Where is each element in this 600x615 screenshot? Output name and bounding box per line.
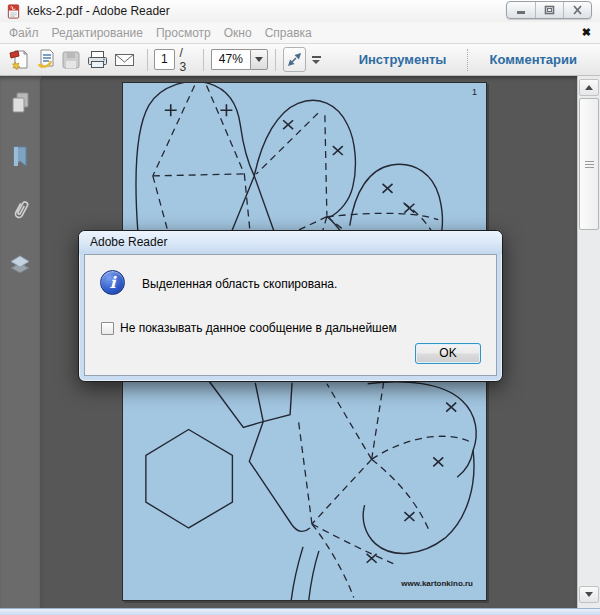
page-total-label: / 3 [180,46,191,74]
open-file-button[interactable] [9,47,31,73]
chevron-down-icon [255,57,263,62]
fit-page-button[interactable] [283,47,306,72]
close-icon [572,5,583,15]
bookmarks-icon [10,145,30,169]
page-thumbnails-button[interactable] [7,90,33,116]
bookmarks-button[interactable] [7,144,33,170]
copy-confirmation-dialog: Adobe Reader i Выделенная область скопир… [78,230,503,382]
toolbar-separator [203,49,204,71]
ok-button[interactable]: OK [415,343,481,364]
email-button[interactable] [113,47,136,73]
dialog-body: i Выделенная область скопирована. Не пок… [84,254,497,376]
zoom-dropdown-button[interactable] [250,49,268,70]
paperclip-icon [8,198,32,224]
comments-panel-button[interactable]: Комментарии [475,52,591,67]
page-thumbnails-icon [9,91,31,115]
dialog-titlebar[interactable]: Adobe Reader [79,231,502,254]
save-as-button[interactable] [35,47,57,73]
toolbar-separator [147,49,148,71]
restore-icon [544,5,555,15]
menu-bar-icon [312,56,321,58]
minimize-icon [516,5,527,15]
arrow-up-icon [585,85,593,90]
dont-show-again-checkbox[interactable] [101,322,114,335]
attachments-button[interactable] [7,198,33,224]
arrow-down-icon [585,592,593,597]
scrollbar-thumb[interactable] [579,98,599,230]
scroll-up-button[interactable] [579,79,599,96]
toolbar: 1 / 3 47% Инструменты Комментарии [0,44,600,76]
menu-bar: Файл Редактирование Просмотр Окно Справк… [0,22,600,44]
dont-show-again-label: Не показывать данное сообщение в дальней… [120,321,397,335]
toolbar-separator [275,49,276,71]
menu-window[interactable]: Окно [224,26,252,40]
save-button[interactable] [61,47,82,73]
dialog-message: Выделенная область скопирована. [142,277,337,291]
page-number-label: 1 [472,87,477,97]
zoom-combo: 47% [211,49,268,70]
vertical-scrollbar[interactable] [577,76,600,608]
print-icon [86,49,109,70]
restore-button[interactable] [535,2,563,18]
menu-help[interactable]: Справка [265,26,312,40]
info-icon: i [100,270,125,295]
close-button[interactable] [563,2,591,18]
open-file-icon [9,49,31,70]
page-number-input[interactable]: 1 [154,49,174,70]
window-bottom-border [0,608,600,615]
window-controls [506,1,592,19]
layers-icon [8,253,32,277]
menu-file[interactable]: Файл [9,26,39,40]
window-title: keks-2.pdf - Adobe Reader [27,4,170,18]
toolbar-separator [467,49,468,71]
zoom-level-input[interactable]: 47% [211,49,250,70]
tools-panel-button[interactable]: Инструменты [345,52,461,67]
dont-show-again-row: Не показывать данное сообщение в дальней… [101,321,397,335]
document-close-icon[interactable]: ✖ [582,26,591,39]
scroll-down-button[interactable] [579,586,599,603]
print-button[interactable] [86,47,109,73]
save-icon [61,50,81,70]
resize-arrows-icon [284,49,305,70]
email-icon [113,51,136,69]
watermark-text: www.kartonkino.ru [401,579,473,588]
layers-button[interactable] [7,252,33,278]
navigation-sidebar [0,76,41,608]
minimize-button[interactable] [507,2,535,18]
page-display-dropdown[interactable] [312,56,321,64]
menu-view[interactable]: Просмотр [156,26,211,40]
pdf-app-icon [6,4,21,19]
chevron-down-icon [312,60,320,64]
save-as-icon [35,49,57,70]
menu-edit[interactable]: Редактирование [52,26,143,40]
window-titlebar[interactable]: keks-2.pdf - Adobe Reader [0,0,600,22]
